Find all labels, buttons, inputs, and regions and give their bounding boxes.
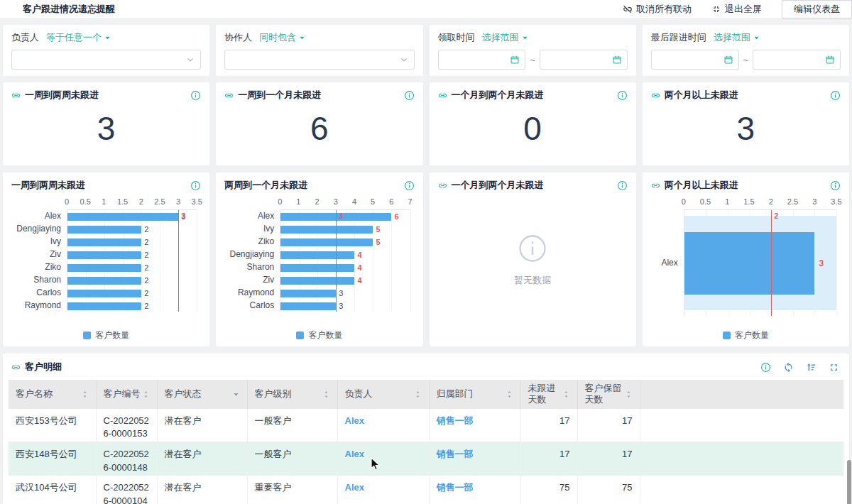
category-label: Dengjiaying (224, 248, 280, 261)
bar[interactable] (67, 290, 141, 297)
page-scrollbar-thumb[interactable] (847, 460, 851, 504)
cell-link[interactable]: 销售一部 (429, 442, 520, 476)
axis-tick-label: 7 (408, 197, 412, 206)
plot-area: 32 (684, 209, 836, 316)
bar[interactable] (67, 264, 141, 272)
column-header-sortable[interactable]: 未跟进天数 (520, 380, 577, 409)
info-icon[interactable] (830, 180, 841, 191)
axis-tick-label: 5 (371, 197, 375, 206)
bar[interactable] (684, 232, 815, 295)
column-header-sortable[interactable]: 负责人 (337, 380, 429, 409)
cancel-linkage-button[interactable]: 取消所有联动 (623, 3, 692, 16)
axis-tick-label: 2.5 (154, 197, 165, 206)
sorter-icon[interactable] (625, 390, 633, 398)
kpi-card-1-2-months[interactable]: 一个月到两个月未跟进 0 (430, 82, 636, 165)
dashboard-topbar: 客户跟进情况遗忘提醒 取消所有联动 退出全屏 编辑仪表盘 (0, 0, 852, 19)
owner-select[interactable] (11, 50, 201, 70)
info-icon[interactable] (760, 362, 771, 373)
refresh-icon[interactable] (783, 362, 794, 373)
axis-tick-label: 4 (352, 197, 356, 206)
column-header-sortable[interactable]: 客户保留天数 (577, 380, 640, 409)
sorter-icon[interactable] (142, 390, 150, 398)
x-axis: 00.511.522.533.5 (684, 197, 836, 209)
table-row[interactable]: 西安153号公司C-20220526-0000153潜在客户一般客户Alex销售… (9, 409, 843, 442)
cell-link[interactable]: Alex (337, 442, 429, 476)
kpi-title: 一周到两周未跟进 (25, 89, 190, 102)
sorter-icon[interactable] (81, 390, 89, 398)
bar[interactable] (280, 251, 354, 259)
info-icon[interactable] (404, 180, 415, 191)
plot-area: 655444333 (280, 209, 410, 312)
bar[interactable] (67, 239, 141, 246)
bar[interactable] (280, 302, 336, 310)
chart-legend[interactable]: 客户数量 (651, 329, 841, 341)
edit-dashboard-button[interactable]: 编辑仪表盘 (782, 0, 852, 18)
bar[interactable] (67, 213, 178, 221)
calendar-icon (723, 55, 733, 65)
sorter-icon[interactable] (414, 390, 422, 398)
cell-link[interactable]: Alex (337, 409, 429, 442)
chart-legend[interactable]: 客户数量 (224, 329, 414, 341)
sorter-icon[interactable] (322, 390, 330, 398)
sort-settings-icon[interactable] (806, 362, 816, 373)
info-icon[interactable] (404, 90, 415, 101)
bar[interactable] (67, 251, 141, 259)
threshold-line (178, 210, 179, 312)
bar[interactable] (280, 277, 354, 285)
table-cell: 17 (577, 409, 640, 442)
kpi-card-1week-1month[interactable]: 一周到一个月未跟进 6 (216, 82, 422, 165)
table-cell: 75 (520, 476, 577, 504)
column-header-sortable[interactable]: 归属部门 (429, 380, 520, 409)
filter-condition-dropdown[interactable]: 选择范围 (482, 31, 528, 44)
chart-legend[interactable]: 客户数量 (11, 329, 201, 341)
kpi-card-over-2-months[interactable]: 两个月以上未跟进 3 (643, 82, 849, 165)
column-header-sortable[interactable]: 客户名称 (9, 380, 96, 409)
kpi-value: 6 (224, 102, 414, 159)
bar[interactable] (67, 302, 141, 310)
bar[interactable] (67, 226, 141, 234)
table-row[interactable]: 武汉104号公司C-20220526-0000104潜在客户重要客户Alex销售… (9, 476, 843, 504)
info-icon[interactable] (617, 90, 628, 101)
category-label: Raymond (224, 286, 280, 299)
cell-link[interactable]: 销售一部 (429, 476, 520, 504)
table-cell: 一般客户 (247, 442, 337, 476)
kpi-value: 0 (438, 102, 628, 159)
bar-value-label: 3 (819, 258, 824, 268)
filter-condition-dropdown[interactable]: 等于任意一个 (46, 31, 111, 44)
bar[interactable] (280, 226, 373, 234)
last-followup-start-input[interactable] (651, 50, 739, 70)
info-icon[interactable] (190, 180, 201, 191)
table-row[interactable]: 西安148号公司C-20220526-0000148潜在客户一般客户Alex销售… (9, 442, 843, 476)
info-icon[interactable] (830, 90, 841, 101)
filter-condition-dropdown[interactable]: 选择范围 (714, 31, 760, 44)
cell-link[interactable]: Alex (337, 476, 429, 504)
exit-fullscreen-button[interactable]: 退出全屏 (711, 3, 762, 16)
sorter-icon[interactable] (506, 390, 513, 398)
kpi-card-1-2-weeks[interactable]: 一周到两周未跟进 3 (3, 82, 209, 165)
column-header-sortable[interactable]: 客户级别 (247, 380, 337, 409)
last-followup-end-input[interactable] (753, 50, 841, 70)
filter-caret-icon[interactable] (232, 390, 240, 398)
kpi-value: 3 (651, 102, 841, 159)
column-header-filter[interactable]: 客户状态 (157, 380, 247, 409)
bar-row: 6 (280, 210, 410, 223)
expand-icon[interactable] (829, 362, 839, 373)
collaborator-select[interactable] (224, 50, 414, 70)
column-header-sortable[interactable]: 客户编号 (96, 380, 157, 409)
claim-time-end-input[interactable] (540, 50, 628, 70)
axis-tick-label: 0.5 (700, 197, 711, 206)
cell-link[interactable]: 销售一部 (429, 409, 520, 442)
bar[interactable] (280, 239, 373, 246)
kpi-title: 一个月到两个月未跟进 (452, 89, 617, 102)
bar[interactable] (67, 277, 141, 285)
bar-value-label: 6 (394, 212, 398, 221)
sorter-icon[interactable] (562, 390, 570, 398)
bar-row: 2 (67, 223, 197, 236)
filter-condition-dropdown[interactable]: 同时包含 (259, 31, 305, 44)
info-icon[interactable] (617, 180, 628, 191)
claim-time-start-input[interactable] (438, 50, 526, 70)
bar[interactable] (280, 264, 354, 272)
chart-card-1-2-weeks: 一周到两周未跟进 00.511.522.533.5AlexDengjiaying… (3, 172, 209, 346)
bar[interactable] (280, 290, 336, 297)
info-icon[interactable] (190, 90, 201, 101)
